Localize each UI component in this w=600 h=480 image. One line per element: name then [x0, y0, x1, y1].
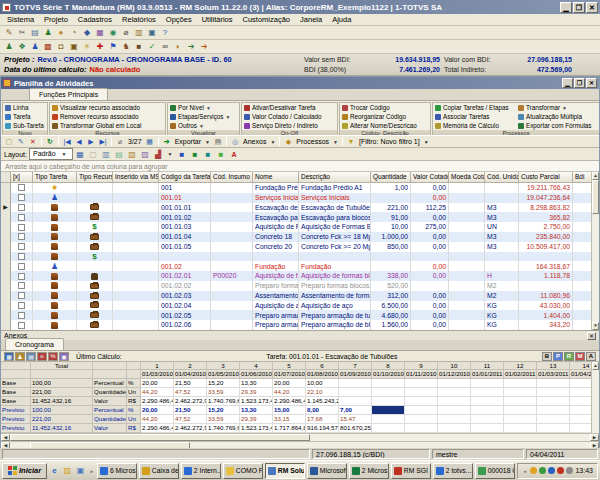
period-value-cell[interactable]	[372, 415, 405, 424]
menu-janela[interactable]: Janela	[295, 14, 327, 26]
period-value-cell[interactable]	[471, 406, 504, 415]
period-number-header[interactable]: 13	[537, 362, 570, 370]
ribbon-button-sub-tarefa[interactable]: Sub-Tarefa	[3, 121, 47, 130]
package-icon[interactable]: ▣	[68, 41, 80, 53]
table-view-icon[interactable]: ▤	[26, 352, 36, 361]
period-value-cell[interactable]	[438, 397, 471, 406]
mode-button-a[interactable]: A	[586, 352, 596, 361]
print-icon[interactable]: ▤	[212, 136, 224, 147]
period-value-cell[interactable]: 1.523.173,48	[240, 397, 273, 406]
chart-icon[interactable]: ▟	[153, 149, 164, 160]
column-header-tipo-tarefa[interactable]: Tipo Tarefa	[33, 172, 77, 183]
ribbon-button-alterar-nome-descricao[interactable]: Alterar Nome/Descricao	[340, 121, 430, 130]
first-record-icon[interactable]: |◀	[61, 136, 73, 147]
period-value-cell[interactable]	[471, 388, 504, 397]
check-icon[interactable]: ✓	[146, 41, 158, 53]
period-value-cell[interactable]: 29,39	[240, 388, 273, 397]
period-date-header[interactable]: 01/05/2010	[207, 370, 240, 379]
task-row[interactable]: ▶001.01.01Escavação de ...Escavação de T…	[1, 203, 599, 213]
layout-option-icon[interactable]: ▢	[88, 149, 99, 160]
attachments-button[interactable]: Anexos	[241, 138, 268, 145]
taskbar-button-6-micros-[interactable]: 6 Micros...▼	[97, 463, 137, 479]
column-header-descrição[interactable]: Descrição	[299, 172, 371, 183]
period-value-cell[interactable]: 15,20	[207, 406, 240, 415]
tab-funcoes-principais[interactable]: Funções Principais	[29, 88, 108, 100]
task-row[interactable]: 001.01.02Escavação par...Escavação para …	[1, 212, 599, 222]
hat-icon[interactable]: ◗	[172, 41, 184, 53]
period-value-cell[interactable]	[372, 424, 405, 433]
cronograma-hscrollbar[interactable]: ◀ ▶	[1, 433, 599, 441]
period-value-cell[interactable]: 2.462.272,91	[174, 424, 207, 433]
period-value-cell[interactable]	[339, 379, 372, 388]
flower-icon[interactable]: ✳	[81, 41, 93, 53]
row-checkbox[interactable]	[18, 312, 25, 319]
ribbon-button-tarefa[interactable]: Tarefa	[3, 112, 47, 121]
refresh-icon[interactable]: ↻	[44, 136, 56, 147]
period-value-cell[interactable]	[537, 406, 570, 415]
period-value-cell[interactable]: 2.462.272,91	[174, 397, 207, 406]
mode-button-m[interactable]: M	[575, 352, 585, 361]
ribbon-button-trocar-código[interactable]: Trocar Código	[340, 103, 430, 112]
period-date-header[interactable]: 01/01/2011	[471, 370, 504, 379]
row-checkbox[interactable]	[18, 302, 25, 309]
period-number-header[interactable]: 8	[372, 362, 405, 370]
task-row[interactable]: 001.02.02Preparo forma...Preparo formas …	[1, 281, 599, 291]
period-date-header[interactable]: 01/12/2010	[438, 370, 471, 379]
task-row[interactable]: 001.02.04Aquisição de açoAquisição de aç…	[1, 301, 599, 311]
period-value-cell[interactable]: 2.290.486,43	[141, 424, 174, 433]
monitor-icon[interactable]: ▣	[146, 27, 158, 39]
mode-button-p[interactable]: P	[553, 352, 563, 361]
task-row[interactable]: ★001Fundação Préd...Fundação Prédio A11,…	[1, 183, 599, 193]
task-row[interactable]: $	[1, 252, 599, 262]
period-date-header[interactable]: 01/04/2010	[174, 370, 207, 379]
flag-icon[interactable]: ⚑	[107, 41, 119, 53]
start-button[interactable]: Iniciar	[2, 463, 47, 479]
menu-customização[interactable]: Customização	[238, 14, 296, 26]
menu-opções[interactable]: Opções	[161, 14, 197, 26]
task-row[interactable]: 001.02.03Assentamento ...Assentamento de…	[1, 291, 599, 301]
period-number-header[interactable]: 12	[504, 362, 537, 370]
search-icon[interactable]: ⌀	[120, 27, 132, 39]
layout-sum-icon[interactable]: ▨	[140, 149, 151, 160]
key-icon[interactable]: ✎	[3, 27, 15, 39]
grid-icon[interactable]: ▦	[94, 27, 106, 39]
user-icon[interactable]: ♟	[3, 41, 15, 53]
period-value-cell[interactable]	[504, 388, 537, 397]
tasks-grid-vscrollbar[interactable]: ▲ ▼	[591, 172, 599, 330]
quicklaunch-desktop-icon[interactable]: ▣	[75, 465, 86, 476]
ribbon-button-copiar-tarefas-etapas[interactable]: Copiar Tarefas / Etapas	[433, 103, 516, 112]
period-value-cell[interactable]: 17,68	[306, 415, 339, 424]
calc-icon[interactable]: ▣	[59, 352, 69, 361]
period-value-cell[interactable]	[438, 388, 471, 397]
box-icon[interactable]: ■	[133, 41, 145, 53]
period-value-cell[interactable]	[504, 406, 537, 415]
restore-icon[interactable]: ❐	[573, 2, 585, 13]
period-value-cell[interactable]	[339, 397, 372, 406]
save-layout-icon[interactable]: ▦	[75, 149, 86, 160]
ribbon-button-transformar-global-em-local[interactable]: Transformar Global em Local	[50, 121, 165, 130]
period-value-cell[interactable]: 13,30	[240, 406, 273, 415]
tree-icon[interactable]: ❖	[16, 41, 28, 53]
period-value-cell[interactable]	[438, 415, 471, 424]
anexos-close-icon[interactable]: ✕	[587, 332, 596, 340]
period-number-header[interactable]: 2	[174, 362, 207, 370]
period-number-header[interactable]: 9	[405, 362, 438, 370]
ribbon-button-remover-recurso-associado[interactable]: Remover recurso associado	[50, 112, 165, 121]
column-header-bdi[interactable]: Bdi	[573, 172, 585, 183]
period-value-cell[interactable]	[405, 388, 438, 397]
row-checkbox[interactable]	[18, 214, 25, 221]
filter-button[interactable]: [Filtro: Novo filtro 1]	[357, 138, 422, 145]
view-green-icon[interactable]: ■	[189, 149, 200, 160]
task-row[interactable]: 001.01.04Concreto 18Concreto Fck >= 18 M…	[1, 232, 599, 242]
period-date-header[interactable]: 01/03/2010	[141, 370, 174, 379]
column-header-custo-parcial[interactable]: Custo Parcial	[519, 172, 573, 183]
jump-icon[interactable]: ➔	[185, 41, 197, 53]
period-value-cell[interactable]	[372, 397, 405, 406]
tray-icon-4[interactable]	[557, 467, 564, 474]
period-value-cell[interactable]	[405, 397, 438, 406]
view-teal-icon[interactable]: ■	[202, 149, 213, 160]
taskbar-button-microsoft-[interactable]: Microsoft ...	[307, 463, 347, 479]
row-checkbox[interactable]	[18, 263, 25, 270]
quicklaunch-ie-icon[interactable]: e	[49, 465, 60, 476]
menu-sistema[interactable]: Sistema	[2, 14, 39, 26]
